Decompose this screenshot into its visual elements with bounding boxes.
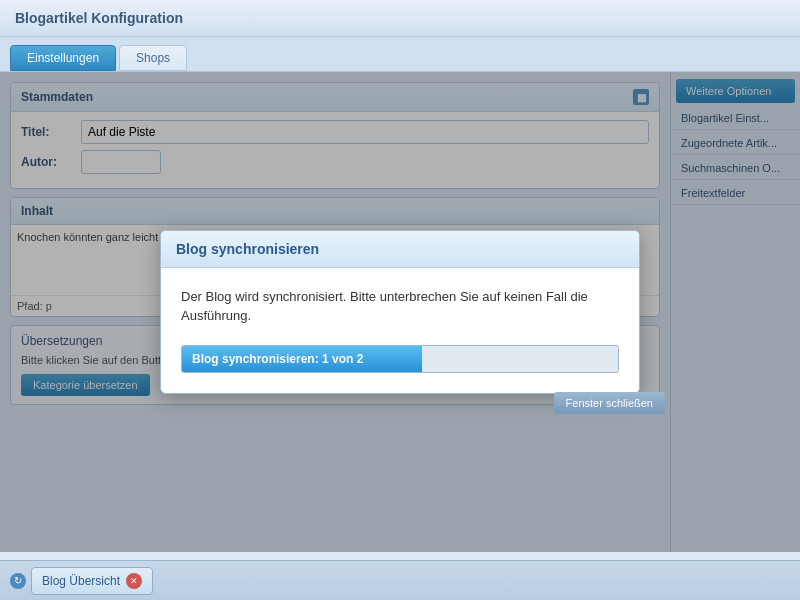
modal-overlay: Blog synchronisieren Der Blog wird synch…: [0, 72, 800, 552]
modal-body: Der Blog wird synchronisiert. Bitte unte…: [161, 268, 639, 392]
tab-bar: Einstellungen Shops: [0, 37, 800, 72]
progress-container: Blog synchronisieren: 1 von 2: [181, 345, 619, 373]
taskbar: ↻ Blog Übersicht ✕: [0, 560, 800, 600]
refresh-icon[interactable]: ↻: [10, 573, 26, 589]
main-window: Blogartikel Konfiguration Einstellungen …: [0, 0, 800, 560]
taskbar-close-icon[interactable]: ✕: [126, 573, 142, 589]
modal-message: Der Blog wird synchronisiert. Bitte unte…: [181, 288, 619, 324]
tab-einstellungen[interactable]: Einstellungen: [10, 45, 116, 71]
progress-text: Blog synchronisieren: 1 von 2: [192, 352, 363, 366]
modal-box: Blog synchronisieren Der Blog wird synch…: [160, 230, 640, 393]
blog-uebersicht-button[interactable]: Blog Übersicht ✕: [31, 567, 153, 595]
title-bar: Blogartikel Konfiguration: [0, 0, 800, 37]
fenster-schliessen-button[interactable]: Fenster schließen: [554, 392, 665, 414]
blog-label: Blog Übersicht: [42, 574, 120, 588]
content-area: Stammdaten ▦ Titel: Autor: I: [0, 72, 800, 552]
tab-shops[interactable]: Shops: [119, 45, 187, 71]
window-title: Blogartikel Konfiguration: [15, 10, 183, 26]
modal-title: Blog synchronisieren: [176, 241, 319, 257]
modal-title-bar: Blog synchronisieren: [161, 231, 639, 268]
